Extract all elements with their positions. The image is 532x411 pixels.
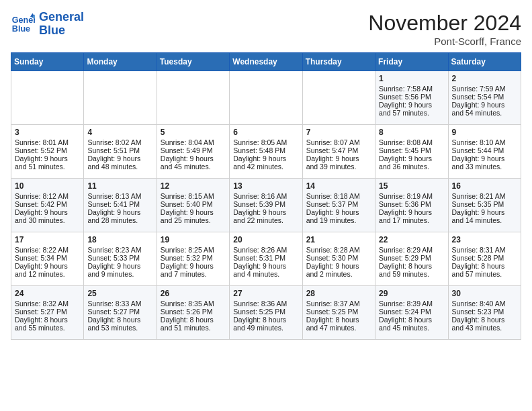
location: Pont-Scorff, France — [368, 36, 521, 47]
day-info: Daylight: 9 hours and 42 minutes. — [233, 154, 298, 171]
day-info: Sunrise: 8:37 AM — [306, 300, 371, 308]
day-number: 1 — [379, 74, 444, 83]
day-info: Sunrise: 8:28 AM — [306, 246, 371, 254]
day-info: Sunrise: 8:13 AM — [87, 192, 152, 200]
day-info: Sunset: 5:28 PM — [452, 254, 517, 262]
day-info: Sunrise: 8:16 AM — [233, 192, 298, 200]
day-info: Daylight: 9 hours and 9 minutes. — [87, 262, 152, 278]
day-info: Sunrise: 8:31 AM — [452, 246, 517, 254]
day-number: 30 — [452, 289, 517, 298]
calendar-cell: 1Sunrise: 7:58 AMSunset: 5:56 PMDaylight… — [375, 71, 448, 125]
calendar-cell — [230, 71, 302, 125]
day-info: Sunset: 5:29 PM — [379, 254, 444, 262]
day-number: 29 — [379, 289, 444, 298]
day-info: Sunset: 5:33 PM — [87, 254, 152, 262]
day-number: 13 — [233, 181, 298, 191]
logo: General Blue General Blue — [11, 11, 84, 38]
calendar-cell: 8Sunrise: 8:08 AMSunset: 5:45 PMDaylight… — [375, 125, 448, 179]
day-number: 12 — [161, 181, 226, 191]
logo-icon: General Blue — [11, 12, 35, 36]
day-info: Daylight: 9 hours and 7 minutes. — [161, 262, 226, 278]
day-info: Sunrise: 8:15 AM — [161, 192, 226, 200]
day-number: 7 — [306, 128, 371, 137]
day-info: Sunrise: 8:22 AM — [15, 246, 80, 254]
day-number: 21 — [306, 235, 371, 244]
day-info: Daylight: 8 hours and 53 minutes. — [87, 316, 152, 332]
weekday-header-thursday: Thursday — [302, 53, 375, 71]
weekday-header-row: SundayMondayTuesdayWednesdayThursdayFrid… — [11, 53, 521, 71]
calendar-table: SundayMondayTuesdayWednesdayThursdayFrid… — [11, 52, 521, 340]
day-info: Sunset: 5:39 PM — [233, 200, 298, 208]
weekday-header-saturday: Saturday — [448, 53, 521, 71]
day-info: Daylight: 9 hours and 30 minutes. — [15, 208, 80, 224]
logo-line1: General — [39, 10, 84, 24]
calendar-body: 1Sunrise: 7:58 AMSunset: 5:56 PMDaylight… — [11, 71, 521, 340]
day-info: Daylight: 9 hours and 2 minutes. — [306, 262, 371, 278]
title-block: November 2024 Pont-Scorff, France — [368, 11, 521, 47]
day-info: Daylight: 8 hours and 57 minutes. — [452, 262, 517, 278]
day-number: 4 — [87, 128, 152, 137]
day-info: Sunset: 5:56 PM — [379, 93, 444, 101]
day-info: Daylight: 9 hours and 17 minutes. — [379, 208, 444, 224]
day-info: Daylight: 9 hours and 36 minutes. — [379, 154, 444, 171]
day-info: Sunrise: 8:01 AM — [15, 138, 80, 146]
day-info: Daylight: 9 hours and 39 minutes. — [306, 154, 371, 171]
day-info: Daylight: 8 hours and 59 minutes. — [379, 262, 444, 278]
calendar-cell — [157, 71, 229, 125]
day-info: Sunset: 5:23 PM — [452, 308, 517, 316]
logo-text: General Blue — [39, 11, 84, 38]
week-row-5: 24Sunrise: 8:32 AMSunset: 5:27 PMDayligh… — [11, 286, 521, 340]
day-info: Sunset: 5:27 PM — [15, 308, 80, 316]
calendar-cell: 27Sunrise: 8:36 AMSunset: 5:25 PMDayligh… — [230, 286, 302, 340]
day-info: Sunrise: 8:35 AM — [161, 300, 226, 308]
calendar-cell: 24Sunrise: 8:32 AMSunset: 5:27 PMDayligh… — [11, 286, 84, 340]
calendar-cell: 11Sunrise: 8:13 AMSunset: 5:41 PMDayligh… — [84, 179, 157, 232]
month-title: November 2024 — [368, 11, 521, 36]
day-number: 11 — [87, 181, 152, 191]
calendar-cell: 30Sunrise: 8:40 AMSunset: 5:23 PMDayligh… — [448, 286, 521, 340]
calendar-cell: 16Sunrise: 8:21 AMSunset: 5:35 PMDayligh… — [448, 179, 521, 232]
day-info: Sunrise: 7:59 AM — [452, 85, 517, 93]
day-info: Sunset: 5:42 PM — [15, 200, 80, 208]
calendar-cell: 12Sunrise: 8:15 AMSunset: 5:40 PMDayligh… — [157, 179, 229, 232]
calendar-cell: 15Sunrise: 8:19 AMSunset: 5:36 PMDayligh… — [375, 179, 448, 232]
weekday-header-tuesday: Tuesday — [157, 53, 229, 71]
day-info: Sunrise: 8:10 AM — [452, 138, 517, 146]
calendar-cell: 7Sunrise: 8:07 AMSunset: 5:47 PMDaylight… — [302, 125, 375, 179]
day-info: Sunset: 5:49 PM — [161, 146, 226, 154]
day-number: 20 — [233, 235, 298, 244]
calendar-cell: 20Sunrise: 8:26 AMSunset: 5:31 PMDayligh… — [230, 232, 302, 286]
calendar-cell: 22Sunrise: 8:29 AMSunset: 5:29 PMDayligh… — [375, 232, 448, 286]
day-info: Sunset: 5:25 PM — [306, 308, 371, 316]
calendar-cell: 9Sunrise: 8:10 AMSunset: 5:44 PMDaylight… — [448, 125, 521, 179]
day-info: Sunset: 5:44 PM — [452, 146, 517, 154]
day-info: Sunrise: 8:05 AM — [233, 138, 298, 146]
day-info: Sunset: 5:24 PM — [379, 308, 444, 316]
day-info: Daylight: 8 hours and 49 minutes. — [233, 316, 298, 332]
day-info: Daylight: 8 hours and 45 minutes. — [379, 316, 444, 332]
day-info: Sunrise: 8:32 AM — [15, 300, 80, 308]
day-number: 17 — [15, 235, 80, 244]
calendar-cell: 4Sunrise: 8:02 AMSunset: 5:51 PMDaylight… — [84, 125, 157, 179]
day-info: Sunrise: 8:04 AM — [161, 138, 226, 146]
day-info: Sunrise: 8:12 AM — [15, 192, 80, 200]
day-info: Sunset: 5:34 PM — [15, 254, 80, 262]
calendar-cell: 13Sunrise: 8:16 AMSunset: 5:39 PMDayligh… — [230, 179, 302, 232]
day-number: 18 — [87, 235, 152, 244]
day-info: Sunset: 5:25 PM — [233, 308, 298, 316]
day-info: Sunrise: 8:40 AM — [452, 300, 517, 308]
day-info: Daylight: 9 hours and 19 minutes. — [306, 208, 371, 224]
calendar-cell: 28Sunrise: 8:37 AMSunset: 5:25 PMDayligh… — [302, 286, 375, 340]
week-row-1: 1Sunrise: 7:58 AMSunset: 5:56 PMDaylight… — [11, 71, 521, 125]
day-info: Sunset: 5:41 PM — [87, 200, 152, 208]
day-info: Daylight: 9 hours and 22 minutes. — [233, 208, 298, 224]
day-info: Sunrise: 8:29 AM — [379, 246, 444, 254]
day-info: Sunrise: 8:33 AM — [87, 300, 152, 308]
day-number: 23 — [452, 235, 517, 244]
day-info: Sunset: 5:40 PM — [161, 200, 226, 208]
day-info: Sunrise: 7:58 AM — [379, 85, 444, 93]
calendar-cell: 2Sunrise: 7:59 AMSunset: 5:54 PMDaylight… — [448, 71, 521, 125]
day-info: Sunset: 5:48 PM — [233, 146, 298, 154]
day-number: 2 — [452, 74, 517, 83]
day-info: Sunrise: 8:25 AM — [161, 246, 226, 254]
